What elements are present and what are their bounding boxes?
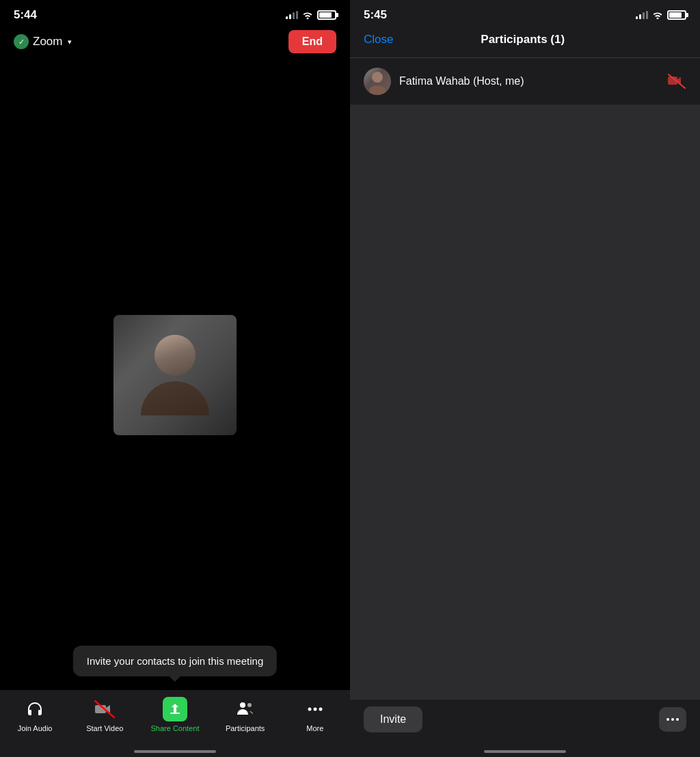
svg-point-4 — [308, 708, 311, 711]
left-home-indicator — [0, 746, 350, 757]
svg-point-7 — [372, 72, 383, 83]
participants-header: Close Participants (1) — [350, 27, 700, 58]
left-time: 5:44 — [14, 8, 37, 22]
video-slash-icon — [92, 697, 117, 721]
left-status-icons — [286, 10, 336, 20]
start-video-label: Start Video — [86, 724, 123, 732]
dot2 — [671, 718, 674, 721]
right-panel: 5:45 Close Participants (1) — [350, 0, 700, 757]
more-button[interactable]: More — [291, 697, 339, 732]
chevron-down-icon: ▾ — [68, 38, 72, 46]
zoom-shield-icon: ✓ — [14, 34, 29, 49]
svg-point-3 — [247, 703, 252, 707]
right-battery-icon — [667, 10, 686, 20]
share-content-label: Share Content — [151, 724, 200, 732]
participant-name: Fatima Wahab (Host, me) — [399, 75, 659, 87]
end-button[interactable]: End — [288, 30, 336, 53]
more-dots-button[interactable] — [659, 707, 686, 732]
right-wifi-icon — [652, 11, 663, 19]
close-button[interactable]: Close — [364, 33, 393, 46]
zoom-label: Zoom — [33, 35, 62, 49]
right-home-bar — [484, 750, 566, 753]
participants-icon — [233, 697, 258, 721]
svg-point-5 — [313, 708, 317, 711]
right-home-indicator — [350, 746, 700, 757]
share-content-icon — [163, 697, 187, 721]
right-status-icons — [636, 10, 686, 20]
right-signal-icon — [636, 11, 648, 19]
avatar — [364, 68, 391, 95]
left-status-bar: 5:44 — [0, 0, 350, 27]
dot3 — [676, 718, 679, 721]
svg-rect-1 — [170, 713, 180, 714]
left-panel: 5:44 ✓ Zoom ▾ End — [0, 0, 350, 757]
start-video-button[interactable]: Start Video — [81, 697, 129, 732]
right-time: 5:45 — [364, 8, 387, 22]
participants-button[interactable]: Participants — [221, 697, 269, 732]
share-bg — [163, 697, 187, 721]
right-bottom-bar: Invite — [350, 700, 700, 746]
video-muted-icon — [667, 74, 686, 89]
left-home-bar — [134, 750, 216, 753]
join-audio-button[interactable]: Join Audio — [11, 697, 59, 732]
share-content-button[interactable]: Share Content — [151, 697, 200, 732]
invite-tooltip: Invite your contacts to join this meetin… — [73, 646, 277, 676]
right-status-bar: 5:45 — [350, 0, 700, 27]
ellipsis-icon — [303, 697, 327, 721]
dot1 — [667, 718, 669, 721]
avatar-placeholder — [113, 315, 237, 435]
right-content-area — [350, 105, 700, 700]
avatar-inner — [364, 68, 391, 95]
left-top-bar: ✓ Zoom ▾ End — [0, 27, 350, 60]
participant-video — [113, 315, 237, 435]
svg-point-2 — [240, 702, 245, 708]
svg-point-8 — [369, 85, 386, 95]
signal-icon — [286, 11, 298, 19]
video-area: Invite your contacts to join this meetin… — [0, 60, 350, 690]
battery-icon — [317, 10, 336, 20]
participants-title: Participants (1) — [481, 33, 565, 46]
invite-button[interactable]: Invite — [364, 706, 422, 732]
more-label: More — [306, 724, 323, 732]
headphones-icon — [23, 697, 47, 721]
zoom-brand: ✓ Zoom ▾ — [14, 34, 72, 49]
participant-item: Fatima Wahab (Host, me) — [350, 58, 700, 105]
bottom-toolbar: Join Audio Start Video — [0, 690, 350, 746]
join-audio-label: Join Audio — [18, 724, 53, 732]
svg-point-6 — [319, 708, 322, 711]
participants-label: Participants — [226, 724, 265, 732]
wifi-icon — [302, 11, 313, 19]
